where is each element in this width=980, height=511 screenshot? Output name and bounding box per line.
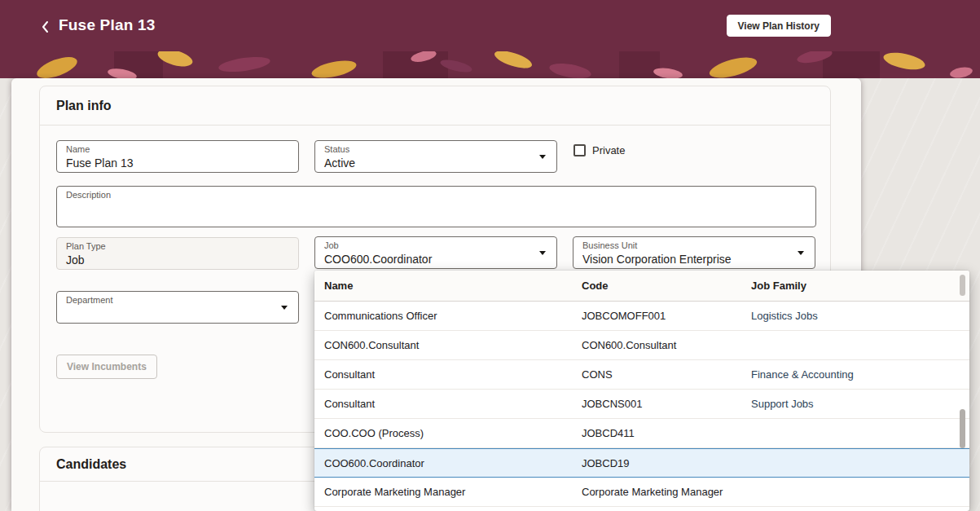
- chevron-down-icon: [539, 251, 546, 255]
- job-code-cell: JOBCNS001: [572, 390, 741, 418]
- job-name-cell: COO.COO (Process): [314, 419, 572, 447]
- job-code-cell: CON600.Consultant: [572, 331, 741, 359]
- chevron-down-icon: [539, 155, 546, 159]
- job-code-cell: JOBCD411: [572, 419, 741, 447]
- name-field[interactable]: Name Fuse Plan 13: [56, 140, 299, 173]
- chevron-left-icon: [41, 20, 49, 33]
- job-dropdown-popup: Name Code Job Family Communications Offi…: [314, 271, 969, 511]
- job-name-cell: Consultant: [314, 390, 572, 418]
- job-name-cell: COO600.Coordinator: [314, 449, 572, 477]
- department-field-label: Department: [66, 295, 112, 305]
- business-unit-field-label: Business Unit: [582, 240, 637, 250]
- column-header-job-family: Job Family: [741, 271, 969, 301]
- name-field-label: Name: [66, 144, 90, 154]
- private-checkbox[interactable]: [573, 144, 586, 156]
- job-family-cell: [741, 331, 969, 359]
- plan-type-field-label: Plan Type: [66, 241, 106, 251]
- job-field-label: Job: [324, 240, 339, 250]
- job-family-cell: [741, 419, 969, 447]
- job-code-cell: JOBCD19: [572, 449, 741, 477]
- view-plan-history-button[interactable]: View Plan History: [727, 15, 831, 37]
- app-root: Fuse Plan 13 View Plan History Plan info…: [0, 0, 980, 511]
- job-field-value: COO600.Coordinator: [324, 253, 432, 266]
- chevron-down-icon: [281, 306, 288, 310]
- job-dropdown-row[interactable]: Communications OfficerJOBCOMOFF001Logist…: [314, 302, 969, 331]
- job-family-cell: [741, 449, 969, 477]
- scrollbar-thumb[interactable]: [960, 409, 965, 448]
- plan-type-field-value: Job: [66, 253, 85, 267]
- job-family-cell: Logistics Jobs: [741, 302, 969, 330]
- status-field-label: Status: [324, 144, 349, 154]
- banner-image: [0, 51, 980, 78]
- job-name-cell: CON600.Consultant: [314, 331, 572, 359]
- job-dropdown-row[interactable]: COO600.CoordinatorJOBCD19: [314, 448, 969, 478]
- status-field-value: Active: [324, 156, 355, 170]
- page-title: Fuse Plan 13: [59, 16, 156, 34]
- job-name-cell: Consultant: [314, 360, 572, 389]
- chevron-down-icon: [798, 251, 804, 255]
- business-unit-dropdown[interactable]: Business Unit Vision Corporation Enterpr…: [573, 236, 815, 269]
- scrollbar-thumb[interactable]: [960, 275, 965, 296]
- column-header-code: Code: [572, 271, 741, 301]
- job-code-cell: CONS: [572, 360, 741, 389]
- view-incumbents-button[interactable]: View Incumbents: [56, 355, 157, 379]
- job-code-cell: JOBCOMOFF001: [572, 302, 741, 330]
- description-field[interactable]: Description: [56, 186, 816, 227]
- name-field-value: Fuse Plan 13: [66, 156, 134, 170]
- description-field-label: Description: [66, 190, 111, 200]
- job-dropdown-header-row: Name Code Job Family: [314, 271, 969, 302]
- plan-info-title: Plan info: [56, 99, 112, 113]
- plan-type-field: Plan Type Job: [56, 237, 299, 270]
- job-code-cell: Corporate Marketing Manager: [572, 478, 741, 506]
- job-family-cell: Support Jobs: [741, 390, 969, 418]
- job-dropdown-row[interactable]: Corporate Marketing ManagerCorporate Mar…: [314, 478, 969, 507]
- header-bar: Fuse Plan 13 View Plan History: [0, 0, 980, 51]
- job-name-cell: Corporate Marketing Manager: [314, 478, 572, 506]
- private-label: Private: [592, 144, 625, 156]
- status-dropdown[interactable]: Status Active: [314, 140, 557, 173]
- job-family-cell: [741, 478, 969, 506]
- job-dropdown-field[interactable]: Job COO600.Coordinator: [314, 236, 557, 269]
- job-family-cell: Finance & Accounting: [741, 360, 969, 389]
- back-button[interactable]: [36, 18, 54, 36]
- plan-info-header: Plan info: [40, 86, 830, 126]
- banner-pattern: [0, 51, 980, 78]
- business-unit-field-value: Vision Corporation Enterprise: [582, 253, 732, 266]
- job-dropdown-row[interactable]: CON600.ConsultantCON600.Consultant: [314, 331, 969, 360]
- job-dropdown-row[interactable]: COO.COO (Process)JOBCD411: [314, 419, 969, 448]
- candidates-title: Candidates: [56, 457, 126, 472]
- job-name-cell: Communications Officer: [314, 302, 572, 330]
- column-header-name: Name: [314, 271, 572, 301]
- job-dropdown-row[interactable]: ConsultantJOBCNS001Support Jobs: [314, 390, 969, 419]
- job-dropdown-rows: Communications OfficerJOBCOMOFF001Logist…: [314, 302, 969, 507]
- job-dropdown-row[interactable]: ConsultantCONSFinance & Accounting: [314, 360, 969, 390]
- private-option: Private: [573, 144, 625, 156]
- department-dropdown[interactable]: Department: [56, 291, 299, 324]
